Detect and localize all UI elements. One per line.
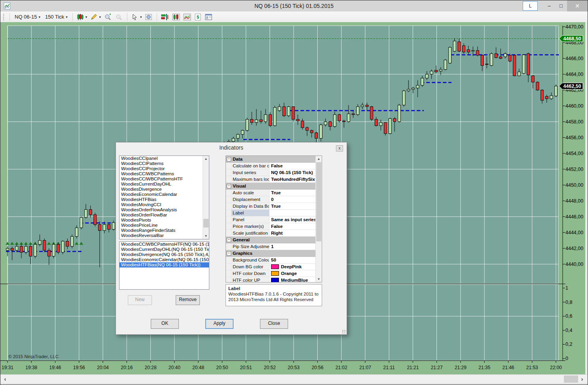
property-value[interactable] (269, 210, 322, 216)
property-row[interactable]: Label (226, 210, 322, 216)
property-row[interactable]: Calculate on bar closFalse (226, 163, 322, 169)
property-value[interactable]: 1 (269, 243, 322, 250)
configured-indicators-list[interactable]: WoodiesCCIWBCPatternsHTF(NQ 06-15 (150 T… (119, 241, 209, 290)
scroll-up-icon[interactable]: ▲ (203, 156, 209, 162)
property-value[interactable]: Same as input series (269, 216, 322, 223)
scroll-down-icon[interactable]: ▼ (316, 276, 322, 282)
scrollbar-thumb[interactable] (564, 376, 578, 383)
title-bar[interactable]: NQ 06-15 (150 Tick) 01.05.2015 L – □ ✕ (0, 0, 588, 12)
price-axis[interactable]: 4470,004468,004466,004464,004462,004460,… (563, 24, 583, 361)
list-item[interactable]: WoodiesCurrentDayOHL (119, 182, 209, 187)
configured-indicator-item[interactable]: WoodiesCurrentDayOHL(NQ 06-15 (150 Tick)… (119, 247, 209, 252)
property-row[interactable]: Down BG colorDeepPink (226, 264, 322, 270)
property-grid[interactable]: −DataCalculate on bar closFalseInput ser… (226, 156, 322, 283)
list-item[interactable]: WoodiesOrderFlowAnalysis (119, 207, 209, 212)
property-value[interactable]: True (269, 190, 322, 196)
list-item[interactable]: WoodiesMovingCCI (119, 202, 209, 207)
horizontal-scrollbar[interactable]: ‹ › (0, 374, 588, 383)
scroll-down-icon[interactable]: ▼ (203, 233, 209, 239)
property-value[interactable]: TwoHundredFiftySix (269, 176, 322, 182)
collapse-icon[interactable]: − (227, 157, 231, 161)
list-item[interactable]: WoodiesCCIPatterns (119, 161, 209, 166)
list-item[interactable]: WoodiesCCIWBCPatternsHTF (119, 176, 209, 182)
ok-button[interactable]: OK (151, 319, 179, 329)
property-value[interactable]: Orange (269, 270, 322, 277)
collapse-icon[interactable]: − (227, 238, 231, 242)
zoom-in-button[interactable] (102, 13, 114, 21)
link-button[interactable]: L (523, 1, 538, 11)
property-value[interactable]: 0 (269, 196, 322, 203)
indicators-button[interactable] (159, 13, 171, 21)
new-button[interactable]: New (128, 295, 152, 305)
property-section-header[interactable]: −General (226, 237, 322, 243)
collapse-icon[interactable]: − (227, 251, 231, 256)
property-row[interactable]: Input seriesNQ 06-15 (150 Tick) (226, 169, 322, 176)
property-row[interactable]: PanelSame as input series (226, 216, 322, 223)
property-row[interactable]: HTF color UPMediumBlue (226, 277, 322, 283)
scroll-up-icon[interactable]: ▲ (316, 156, 322, 162)
property-row[interactable]: Display in Data BoxTrue (226, 203, 322, 210)
chart-style-button[interactable]: ▾ (75, 13, 89, 21)
property-row[interactable]: Displacement0 (226, 196, 322, 203)
configured-indicator-item[interactable]: WoodiesHTFBias(NQ 06-15 (150 Tick)) (119, 262, 209, 267)
property-value[interactable]: DeepPink (269, 264, 322, 270)
toolbar-grip[interactable] (3, 13, 5, 21)
list-item[interactable]: WoodiesReversalBar (119, 233, 209, 238)
remove-button[interactable]: Remove (176, 295, 200, 305)
resize-grip[interactable] (342, 330, 346, 334)
property-row[interactable]: Maximum bars look lTwoHundredFiftySix (226, 176, 322, 183)
data-series-button[interactable] (171, 13, 182, 21)
maximize-button[interactable]: □ (555, 0, 567, 11)
scrollbar-thumb[interactable] (316, 162, 321, 241)
property-value[interactable]: NQ 06-15 (150 Tick) (269, 169, 322, 176)
list-item[interactable]: WoodiesRangeFinderStats (119, 228, 209, 233)
list-item[interactable]: WoodiesOrderFlowBar (119, 212, 209, 218)
scroll-right-icon[interactable]: › (578, 375, 586, 383)
list-item[interactable]: WoodiesPivots (119, 218, 209, 223)
property-value[interactable]: 50 (269, 257, 322, 263)
minimize-button[interactable]: – (543, 0, 555, 11)
indicators-dialog[interactable]: Indicators x WoodiesCCIpanelWoodiesCCIPa… (116, 142, 347, 335)
property-row[interactable]: Auto scaleTrue (226, 190, 322, 196)
property-row[interactable]: Scale justificationRight (226, 230, 322, 237)
list-item[interactable]: WoodiesCCIWBCPatterns (119, 171, 209, 176)
property-row[interactable]: Pip Size Adjustment1 (226, 243, 322, 250)
instrument-dropdown[interactable]: NQ 06-15 ▾ (12, 13, 43, 21)
chart-trader-button[interactable] (182, 13, 193, 21)
list-item[interactable]: WoodiesHTFBias (119, 197, 209, 202)
property-value[interactable]: False (269, 223, 322, 229)
property-row[interactable]: Background Colour A50 (226, 257, 322, 264)
available-list-scrollbar[interactable]: ▲ ▼ (203, 156, 209, 239)
property-value[interactable]: False (269, 163, 322, 169)
interval-dropdown[interactable]: 150 Tick ▾ (43, 13, 70, 21)
apply-button[interactable]: Apply (205, 319, 233, 329)
property-section-header[interactable]: −Graphics (226, 250, 322, 257)
order-entry-button[interactable]: $ (193, 13, 203, 21)
cursor-tool-button[interactable]: ▾ (130, 13, 144, 21)
list-item[interactable]: WoodiesCCIProjector (119, 166, 209, 171)
collapse-icon[interactable]: − (227, 184, 231, 188)
property-row[interactable]: Price marker(s)False (226, 223, 322, 230)
property-value[interactable]: True (269, 203, 322, 209)
list-item[interactable]: WoodiesCCIpanel (119, 156, 209, 161)
close-button[interactable]: ✕ (567, 0, 588, 11)
list-item[interactable]: WoodiesPriceLine (119, 223, 209, 228)
property-section-header[interactable]: −Data (226, 156, 322, 163)
configured-indicator-item[interactable]: WoodiesDivergence(NQ 06-15 (150 Tick),4,… (119, 252, 209, 257)
configured-indicator-item[interactable]: WoodiesCCIWBCPatternsHTF(NQ 06-15 (150 T… (119, 242, 209, 247)
scroll-left-icon[interactable]: ‹ (1, 375, 9, 383)
property-row[interactable]: HTF color DownOrange (226, 270, 322, 277)
property-grid-scrollbar[interactable]: ▲ ▼ (315, 156, 322, 282)
scrollbar-thumb[interactable] (203, 219, 209, 228)
dialog-close-button[interactable]: Close (260, 319, 288, 329)
time-axis[interactable]: 19:3119:3819:4619:5620:0420:1620:2820:40… (2, 360, 562, 370)
list-item[interactable]: WoodiesDivergence (119, 187, 209, 192)
property-section-header[interactable]: −Visual (226, 183, 322, 190)
configured-indicator-item[interactable]: WoodiesEconomicCalendar(NQ 06-15 (150 Ti… (119, 257, 209, 262)
property-value[interactable]: Right (269, 230, 322, 236)
crosshair-button[interactable] (143, 13, 154, 21)
drawing-tools-button[interactable]: ▾ (89, 13, 102, 21)
available-indicators-list[interactable]: WoodiesCCIpanelWoodiesCCIPatternsWoodies… (119, 156, 209, 239)
properties-button[interactable] (203, 13, 214, 21)
list-item[interactable]: WoodiesEconomicCalendar (119, 192, 209, 197)
